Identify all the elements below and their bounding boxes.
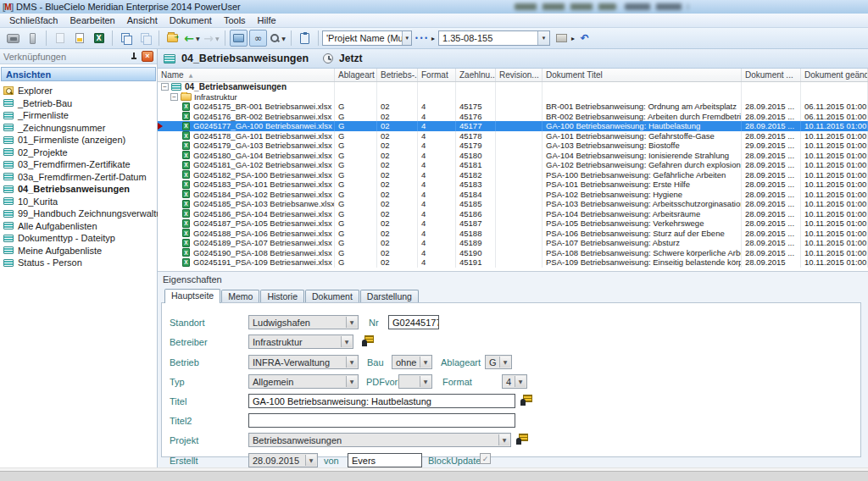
format-combobox[interactable]: 4 ▼ (502, 374, 527, 389)
sidebar-item[interactable]: _Betrieb-Bau (0, 97, 157, 110)
titel-field[interactable]: GA-100 Betriebsanweisung: Hautbelastung (248, 394, 515, 408)
go-to-button[interactable]: ↶ (576, 30, 593, 47)
bau-combobox[interactable]: ohne ▼ (392, 355, 432, 369)
chevron-down-icon[interactable]: ▼ (346, 376, 357, 387)
projekt-combobox[interactable]: Betriebsanweisungen ▼ (248, 433, 511, 447)
table-row[interactable]: −04_Betriebsanweisungen (158, 82, 868, 92)
tab-dokument[interactable]: Dokument (305, 290, 359, 302)
lookup-table-icon[interactable] (516, 434, 528, 445)
sidebar-item[interactable]: 99_Handbuch Zeichnungsverwaltung (0, 207, 157, 220)
project-name-combobox[interactable]: 'Projekt Name (MumProj ▼ (322, 30, 412, 46)
chevron-down-icon[interactable]: ▼ (402, 31, 411, 45)
open-in-excel-button[interactable]: X (90, 30, 108, 47)
sidebar-item[interactable]: 03a_Fremdfirmen-Zertif-Datum (0, 171, 157, 184)
collapse-expander-icon[interactable]: − (161, 83, 169, 91)
table-row[interactable]: XG0245175_BR-001 Betriebsanwei.xlsxG0244… (158, 102, 868, 112)
sidebar-item[interactable]: Dokumenttyp - Dateityp (0, 232, 157, 245)
column-header[interactable]: Dokument ... (742, 69, 801, 81)
table-row[interactable]: XG0245185_PSA-103 Betriebsanwe.xlsxG0244… (158, 199, 868, 209)
table-row[interactable]: XG0245181_GA-102 Betriebsanwei.xlsxG0244… (158, 160, 868, 170)
blockupdate-checkbox[interactable]: ✓ (480, 453, 491, 464)
search-button[interactable]: ▼ (269, 30, 287, 47)
table-row[interactable]: XG0245183_PSA-101 Betriesanwei.xlsxG0244… (158, 180, 868, 190)
chevron-down-icon[interactable]: ▼ (346, 317, 357, 328)
sidebar-item[interactable]: _Firmenliste (0, 109, 157, 122)
toggle-properties-pane-button[interactable] (230, 30, 248, 47)
titel2-field[interactable] (248, 413, 515, 428)
sidebar-item[interactable]: 02_Projekte (0, 147, 157, 159)
open-document-button[interactable] (70, 30, 88, 47)
chevron-down-icon[interactable]: ▼ (420, 357, 431, 368)
chevron-down-icon[interactable]: ▼ (420, 376, 431, 387)
vault-button[interactable] (4, 30, 22, 47)
column-header[interactable]: Dokument Titel (542, 69, 742, 81)
document-number-combobox[interactable]: 1.35-08-155 ▼ (438, 30, 550, 46)
menu-item-bearbeiten[interactable]: Bearbeiten (64, 14, 120, 26)
show-in-folder-button[interactable] (164, 30, 181, 47)
sidebar-item[interactable]: 04_Betriebsanweisungen (0, 183, 157, 196)
chevron-down-icon[interactable]: ▼ (498, 434, 509, 445)
views-group-header[interactable]: Ansichten (1, 67, 156, 81)
sidebar-item[interactable]: Status - Person (0, 257, 157, 269)
menu-item-dokument[interactable]: Dokument (164, 14, 218, 26)
table-row[interactable]: XG0245177_GA-100 Betriebsanwei.xlsxG0244… (158, 121, 868, 131)
menu-item-tools[interactable]: Tools (218, 14, 252, 26)
column-header[interactable]: Dokument geändert ... (801, 69, 868, 81)
menu-item-schließfach[interactable]: Schließfach (3, 14, 64, 26)
table-row[interactable]: XG0245186_PSA-104 Betriesanwei.xlsxG0244… (158, 209, 868, 219)
von-field[interactable]: Evers (348, 453, 422, 467)
table-row[interactable]: XG0245178_GA-101 Betriebsanwei.xlsxG0244… (158, 131, 868, 141)
column-header[interactable]: Name▲ (158, 69, 335, 81)
tab-historie[interactable]: Historie (260, 290, 304, 302)
table-row[interactable]: XG0245182_PSA-100 Betriesanwei.xlsxG0244… (158, 170, 868, 180)
tab-memo[interactable]: Memo (221, 290, 259, 302)
table-row[interactable]: XG0245176_BR-002 Betriebsanwei.xlsxG0244… (158, 112, 868, 122)
column-header[interactable]: Revision... (496, 69, 542, 81)
navigate-back-button[interactable]: ←▼ (183, 30, 201, 47)
pin-icon[interactable] (131, 53, 137, 60)
betreiber-combobox[interactable]: Infrastruktur ▼ (248, 334, 353, 349)
sidebar-item[interactable]: 01_Firmenliste (anzeigen) (0, 134, 157, 147)
clipboard-button[interactable] (296, 30, 314, 47)
sidebar-item[interactable]: 10_Kurita (0, 196, 157, 208)
chevron-down-icon[interactable]: ▼ (346, 357, 357, 368)
column-header[interactable]: Betriebs-... (377, 69, 418, 81)
ablageart-combobox[interactable]: G ▼ (485, 355, 512, 369)
column-header[interactable]: Zaehlnu... (456, 69, 496, 81)
tab-darstellung[interactable]: Darstellung (360, 290, 419, 302)
table-row[interactable]: XG0245180_GA-104 Betriebsanwei.xlsxG0244… (158, 151, 868, 161)
pdfvorh-combobox[interactable]: ▼ (398, 374, 432, 389)
sidebar-item[interactable]: Alle Aufgabenlisten (0, 220, 157, 233)
table-row[interactable]: −Infrastruktur (158, 92, 868, 102)
table-row[interactable]: XG0245179_GA-103 Betriebsanwei.xlsxG0244… (158, 141, 868, 151)
briefcase-status-button[interactable] (24, 30, 42, 47)
chevron-down-icon[interactable]: ▼ (341, 336, 352, 347)
lookup-table-icon[interactable] (520, 395, 532, 406)
tab-hauptseite[interactable]: Hauptseite (164, 289, 220, 303)
nr-field[interactable]: G02445177 (388, 315, 439, 329)
chevron-down-icon[interactable]: ▼ (537, 31, 549, 45)
refresh-now-label[interactable]: Jetzt (339, 53, 362, 64)
chevron-down-icon[interactable]: ▼ (515, 376, 526, 387)
table-row[interactable]: XG0245187_PSA-105 Betriesanwei.xlsxG0244… (158, 218, 868, 229)
table-row[interactable]: XG0245190_PSA-108 Betriesanwei.xlsxG0244… (158, 248, 868, 258)
sidebar-item[interactable]: 03_Fremdfirmen-Zertifikate (0, 158, 157, 171)
sidebar-close-button[interactable]: × (142, 51, 153, 62)
betrieb-combobox[interactable]: INFRA-Verwaltung ▼ (248, 355, 359, 369)
sidebar-item[interactable]: Meine Aufgabenliste (0, 245, 157, 257)
column-header[interactable]: Format (418, 69, 456, 81)
table-row[interactable]: XG0245189_PSA-107 Betriesanwei.xlsxG0244… (158, 238, 868, 248)
menu-item-hilfe[interactable]: Hilfe (252, 14, 282, 26)
menu-item-ansicht[interactable]: Ansicht (121, 14, 164, 26)
sidebar-item[interactable]: _Zeichnungsnummer (0, 122, 157, 135)
browse-ellipsis-button[interactable]: ••• (413, 30, 431, 47)
table-row[interactable]: XG0245184_PSA-102 Betriesanwei.xlsxG0244… (158, 190, 868, 200)
preview-image-button[interactable] (553, 30, 570, 47)
collapse-expander-icon[interactable]: − (170, 93, 178, 101)
toggle-preview-button[interactable]: ∞ (249, 30, 267, 47)
typ-combobox[interactable]: Allgemein ▼ (248, 374, 359, 389)
sidebar-item[interactable]: Explorer (0, 85, 157, 97)
table-row[interactable]: XG0245191_PSA-109 Betriesanwei.xlsxG0244… (158, 257, 868, 268)
lookup-table-icon[interactable] (362, 335, 374, 346)
column-header[interactable]: Ablageart (335, 69, 377, 81)
